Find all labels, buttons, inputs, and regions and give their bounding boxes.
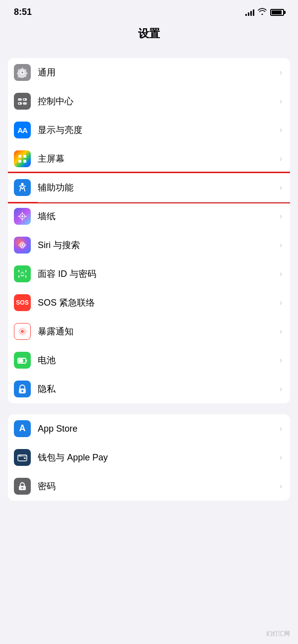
item-label-baolu: 暴露通知 (38, 325, 277, 337)
settings-item-wallet[interactable]: 钱包与 Apple Pay › (8, 443, 290, 472)
svg-rect-8 (18, 155, 21, 158)
svg-rect-29 (26, 360, 27, 362)
aa-icon: AA (14, 122, 31, 138)
settings-group-1: 通用 › 控制中心 › AA 显示与亮度 › (8, 58, 290, 403)
settings-item-diandian[interactable]: 电池 › (8, 346, 290, 375)
svg-point-7 (19, 103, 20, 104)
item-label-sos: SOS 紧急联络 (38, 297, 277, 309)
settings-item-appstore[interactable]: A App Store › (8, 414, 290, 443)
svg-rect-11 (23, 160, 26, 163)
svg-point-23 (23, 273, 24, 274)
item-label-xianshi: 显示与亮度 (38, 124, 277, 136)
chevron-siri: › (280, 241, 282, 250)
chevron-baolu: › (280, 327, 282, 336)
chevron-sos: › (280, 298, 282, 307)
signal-icon (245, 9, 254, 16)
item-label-fuzhu: 辅助功能 (38, 182, 277, 193)
svg-point-21 (21, 244, 23, 246)
privacy-icon (14, 381, 31, 397)
settings-item-faceid[interactable]: 面容 ID 与密码 › (8, 259, 290, 288)
settings-item-sos[interactable]: SOS SOS 紧急联络 › (8, 288, 290, 317)
sos-icon: SOS (14, 294, 31, 311)
settings-item-tongyong[interactable]: 通用 › (8, 58, 290, 87)
faceid-icon (14, 265, 31, 282)
settings-item-mima[interactable]: 密码 › (8, 472, 290, 501)
svg-rect-37 (24, 457, 26, 459)
item-label-siri: Siri 与搜索 (38, 239, 277, 251)
settings-item-xianshi[interactable]: AA 显示与亮度 › (8, 116, 290, 144)
gear-icon (14, 64, 31, 81)
watermark: 幻灯汇网 (266, 630, 290, 638)
settings-item-qiangzhi[interactable]: 墙纸 › (8, 202, 290, 231)
svg-point-22 (21, 273, 22, 274)
status-icons (245, 8, 284, 16)
wifi-icon (258, 8, 267, 16)
chevron-zhupingmu: › (280, 154, 282, 163)
svg-rect-36 (18, 455, 27, 457)
appstore-icon: A (14, 420, 31, 437)
svg-rect-10 (18, 160, 21, 163)
item-label-wallet: 钱包与 Apple Pay (38, 451, 277, 463)
siri-icon (14, 237, 31, 254)
status-bar: 8:51 (0, 0, 298, 21)
svg-text:A: A (19, 423, 26, 433)
svg-rect-30 (19, 359, 23, 363)
svg-point-25 (21, 330, 24, 333)
settings-group-2: A App Store › 钱包与 Apple Pay › 密码 (8, 414, 290, 501)
item-label-diandian: 电池 (38, 354, 277, 366)
item-label-faceid: 面容 ID 与密码 (38, 268, 277, 280)
svg-rect-5 (23, 102, 27, 105)
item-label-mima: 密码 (38, 480, 277, 492)
chevron-qiangzhi: › (280, 212, 282, 221)
chevron-faceid: › (280, 269, 282, 278)
status-time: 8:51 (14, 7, 32, 17)
chevron-yinsi: › (280, 385, 282, 393)
grid-icon (14, 150, 31, 167)
svg-rect-2 (18, 98, 22, 101)
chevron-kongzhi: › (280, 97, 282, 106)
toggle-icon (14, 93, 31, 110)
svg-point-40 (22, 487, 23, 489)
item-label-kongzhi: 控制中心 (38, 95, 277, 107)
settings-item-yinsi[interactable]: 隐私 › (8, 375, 290, 403)
wallpaper-icon (14, 208, 31, 225)
item-label-tongyong: 通用 (38, 66, 277, 78)
chevron-diandian: › (280, 356, 282, 365)
password-icon (14, 478, 31, 495)
chevron-wallet: › (280, 453, 282, 462)
battery-icon (270, 9, 284, 16)
item-label-appstore: App Store (38, 424, 277, 434)
chevron-tongyong: › (280, 68, 282, 77)
chevron-fuzhu: › (280, 183, 282, 192)
settings-item-baolu[interactable]: 暴露通知 › (8, 317, 290, 346)
svg-rect-9 (23, 155, 26, 158)
wallet-icon (14, 449, 31, 466)
settings-item-kongzhi[interactable]: 控制中心 › (8, 87, 290, 116)
settings-item-zhupingmu[interactable]: 主屏幕 › (8, 144, 290, 173)
item-label-yinsi: 隐私 (38, 383, 277, 395)
chevron-mima: › (280, 482, 282, 491)
page-title: 设置 (0, 21, 298, 49)
settings-item-siri[interactable]: Siri 与搜索 › (8, 231, 290, 259)
svg-point-1 (21, 71, 23, 73)
chevron-xianshi: › (280, 126, 282, 134)
settings-item-fuzhu[interactable]: 辅助功能 › (8, 173, 290, 202)
battery-settings-icon (14, 352, 31, 369)
chevron-appstore: › (280, 424, 282, 433)
svg-point-14 (21, 215, 23, 217)
item-label-zhupingmu: 主屏幕 (38, 153, 277, 165)
svg-point-12 (21, 183, 24, 186)
exposure-icon (14, 323, 31, 340)
item-label-qiangzhi: 墙纸 (38, 210, 277, 222)
accessibility-icon (14, 179, 31, 196)
svg-point-6 (24, 99, 25, 100)
